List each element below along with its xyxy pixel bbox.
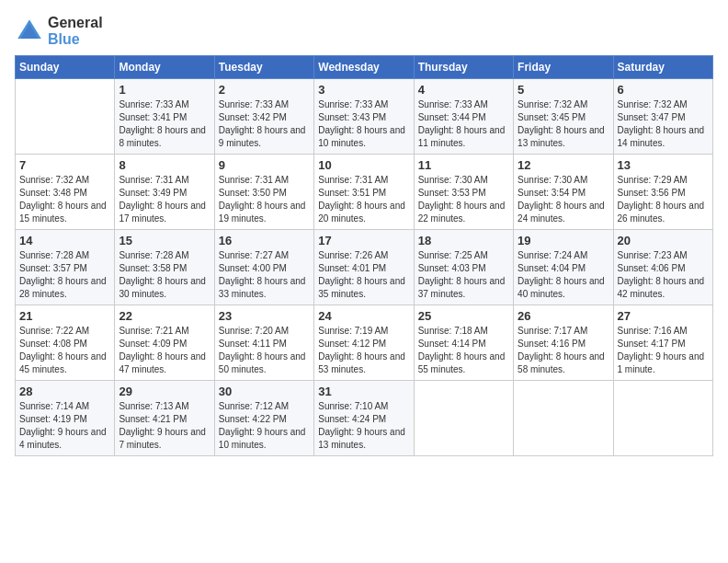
page-container: General Blue SundayMondayTuesdayWednesda…	[0, 0, 728, 464]
calendar-week-row: 14 Sunrise: 7:28 AMSunset: 3:57 PMDaylig…	[16, 230, 713, 305]
calendar-cell: 23 Sunrise: 7:20 AMSunset: 4:11 PMDaylig…	[214, 305, 313, 381]
calendar-cell: 16 Sunrise: 7:27 AMSunset: 4:00 PMDaylig…	[214, 230, 313, 305]
day-number: 21	[19, 309, 110, 323]
day-number: 24	[318, 309, 409, 323]
day-info: Sunrise: 7:10 AMSunset: 4:24 PMDaylight:…	[318, 400, 409, 452]
day-number: 8	[119, 158, 210, 172]
day-info: Sunrise: 7:31 AMSunset: 3:51 PMDaylight:…	[318, 174, 409, 225]
calendar-cell: 8 Sunrise: 7:31 AMSunset: 3:49 PMDayligh…	[115, 155, 214, 230]
day-number: 18	[418, 234, 509, 247]
calendar-week-row: 28 Sunrise: 7:14 AMSunset: 4:19 PMDaylig…	[16, 381, 713, 456]
header: General Blue	[15, 15, 713, 48]
day-info: Sunrise: 7:29 AMSunset: 3:56 PMDaylight:…	[618, 174, 709, 225]
calendar-cell: 15 Sunrise: 7:28 AMSunset: 3:58 PMDaylig…	[115, 230, 214, 305]
day-number: 1	[119, 83, 210, 97]
day-info: Sunrise: 7:30 AMSunset: 3:54 PMDaylight:…	[518, 174, 609, 225]
calendar-cell: 6 Sunrise: 7:32 AMSunset: 3:47 PMDayligh…	[613, 79, 712, 155]
calendar-cell: 11 Sunrise: 7:30 AMSunset: 3:53 PMDaylig…	[414, 155, 513, 230]
day-info: Sunrise: 7:14 AMSunset: 4:19 PMDaylight:…	[19, 400, 110, 452]
day-number: 2	[219, 83, 310, 97]
day-info: Sunrise: 7:22 AMSunset: 4:08 PMDaylight:…	[19, 325, 110, 376]
day-info: Sunrise: 7:24 AMSunset: 4:04 PMDaylight:…	[518, 249, 609, 301]
calendar-cell: 30 Sunrise: 7:12 AMSunset: 4:22 PMDaylig…	[214, 381, 313, 456]
logo-text: General Blue	[48, 15, 103, 48]
day-number: 3	[318, 83, 409, 97]
day-number: 17	[318, 234, 409, 247]
calendar-week-row: 1 Sunrise: 7:33 AMSunset: 3:41 PMDayligh…	[16, 79, 713, 155]
day-info: Sunrise: 7:12 AMSunset: 4:22 PMDaylight:…	[219, 400, 310, 452]
day-number: 19	[518, 234, 609, 247]
day-info: Sunrise: 7:31 AMSunset: 3:50 PMDaylight:…	[219, 174, 310, 225]
calendar-cell: 10 Sunrise: 7:31 AMSunset: 3:51 PMDaylig…	[314, 155, 414, 230]
weekday-header: Sunday	[16, 56, 115, 79]
day-number: 5	[518, 83, 609, 97]
day-number: 9	[219, 158, 310, 172]
day-number: 20	[618, 234, 709, 247]
day-info: Sunrise: 7:18 AMSunset: 4:14 PMDaylight:…	[418, 325, 509, 376]
calendar-table: SundayMondayTuesdayWednesdayThursdayFrid…	[15, 55, 713, 456]
calendar-cell: 20 Sunrise: 7:23 AMSunset: 4:06 PMDaylig…	[613, 230, 712, 305]
calendar-cell: 28 Sunrise: 7:14 AMSunset: 4:19 PMDaylig…	[16, 381, 115, 456]
calendar-cell: 27 Sunrise: 7:16 AMSunset: 4:17 PMDaylig…	[613, 305, 712, 381]
logo-icon	[15, 17, 44, 46]
weekday-header: Wednesday	[314, 56, 414, 79]
day-number: 6	[618, 83, 709, 97]
calendar-cell: 29 Sunrise: 7:13 AMSunset: 4:21 PMDaylig…	[115, 381, 214, 456]
calendar-cell: 5 Sunrise: 7:32 AMSunset: 3:45 PMDayligh…	[514, 79, 613, 155]
day-info: Sunrise: 7:26 AMSunset: 4:01 PMDaylight:…	[318, 249, 409, 301]
calendar-cell	[613, 381, 712, 456]
day-info: Sunrise: 7:33 AMSunset: 3:42 PMDaylight:…	[219, 98, 310, 150]
calendar-cell: 17 Sunrise: 7:26 AMSunset: 4:01 PMDaylig…	[314, 230, 414, 305]
day-number: 4	[418, 83, 509, 97]
calendar-cell	[514, 381, 613, 456]
weekday-header: Friday	[514, 56, 613, 79]
calendar-cell: 25 Sunrise: 7:18 AMSunset: 4:14 PMDaylig…	[414, 305, 513, 381]
calendar-cell: 24 Sunrise: 7:19 AMSunset: 4:12 PMDaylig…	[314, 305, 414, 381]
day-info: Sunrise: 7:33 AMSunset: 3:43 PMDaylight:…	[318, 98, 409, 150]
calendar-cell: 12 Sunrise: 7:30 AMSunset: 3:54 PMDaylig…	[514, 155, 613, 230]
day-number: 10	[318, 158, 409, 172]
day-number: 13	[618, 158, 709, 172]
calendar-cell: 2 Sunrise: 7:33 AMSunset: 3:42 PMDayligh…	[214, 79, 313, 155]
day-number: 31	[318, 385, 409, 398]
day-info: Sunrise: 7:21 AMSunset: 4:09 PMDaylight:…	[119, 325, 210, 376]
day-number: 15	[119, 234, 210, 247]
calendar-cell: 14 Sunrise: 7:28 AMSunset: 3:57 PMDaylig…	[16, 230, 115, 305]
day-info: Sunrise: 7:32 AMSunset: 3:45 PMDaylight:…	[518, 98, 609, 150]
calendar-cell: 9 Sunrise: 7:31 AMSunset: 3:50 PMDayligh…	[214, 155, 313, 230]
calendar-cell: 1 Sunrise: 7:33 AMSunset: 3:41 PMDayligh…	[115, 79, 214, 155]
day-info: Sunrise: 7:17 AMSunset: 4:16 PMDaylight:…	[518, 325, 609, 376]
day-info: Sunrise: 7:28 AMSunset: 3:58 PMDaylight:…	[119, 249, 210, 301]
day-number: 30	[219, 385, 310, 398]
weekday-header: Thursday	[414, 56, 513, 79]
day-number: 27	[618, 309, 709, 323]
day-number: 22	[119, 309, 210, 323]
day-info: Sunrise: 7:25 AMSunset: 4:03 PMDaylight:…	[418, 249, 509, 301]
day-info: Sunrise: 7:33 AMSunset: 3:41 PMDaylight:…	[119, 98, 210, 150]
calendar-cell	[414, 381, 513, 456]
calendar-cell: 19 Sunrise: 7:24 AMSunset: 4:04 PMDaylig…	[514, 230, 613, 305]
calendar-cell: 13 Sunrise: 7:29 AMSunset: 3:56 PMDaylig…	[613, 155, 712, 230]
weekday-header-row: SundayMondayTuesdayWednesdayThursdayFrid…	[16, 56, 713, 79]
day-info: Sunrise: 7:27 AMSunset: 4:00 PMDaylight:…	[219, 249, 310, 301]
day-number: 11	[418, 158, 509, 172]
day-number: 16	[219, 234, 310, 247]
day-info: Sunrise: 7:16 AMSunset: 4:17 PMDaylight:…	[618, 325, 709, 376]
day-number: 26	[518, 309, 609, 323]
day-number: 14	[19, 234, 110, 247]
day-info: Sunrise: 7:19 AMSunset: 4:12 PMDaylight:…	[318, 325, 409, 376]
calendar-cell: 3 Sunrise: 7:33 AMSunset: 3:43 PMDayligh…	[314, 79, 414, 155]
calendar-cell: 7 Sunrise: 7:32 AMSunset: 3:48 PMDayligh…	[16, 155, 115, 230]
weekday-header: Saturday	[613, 56, 712, 79]
calendar-cell: 4 Sunrise: 7:33 AMSunset: 3:44 PMDayligh…	[414, 79, 513, 155]
day-info: Sunrise: 7:30 AMSunset: 3:53 PMDaylight:…	[418, 174, 509, 225]
calendar-cell: 18 Sunrise: 7:25 AMSunset: 4:03 PMDaylig…	[414, 230, 513, 305]
calendar-cell: 31 Sunrise: 7:10 AMSunset: 4:24 PMDaylig…	[314, 381, 414, 456]
day-number: 12	[518, 158, 609, 172]
calendar-cell: 21 Sunrise: 7:22 AMSunset: 4:08 PMDaylig…	[16, 305, 115, 381]
day-info: Sunrise: 7:20 AMSunset: 4:11 PMDaylight:…	[219, 325, 310, 376]
calendar-week-row: 7 Sunrise: 7:32 AMSunset: 3:48 PMDayligh…	[16, 155, 713, 230]
day-info: Sunrise: 7:23 AMSunset: 4:06 PMDaylight:…	[618, 249, 709, 301]
calendar-week-row: 21 Sunrise: 7:22 AMSunset: 4:08 PMDaylig…	[16, 305, 713, 381]
day-number: 28	[19, 385, 110, 398]
